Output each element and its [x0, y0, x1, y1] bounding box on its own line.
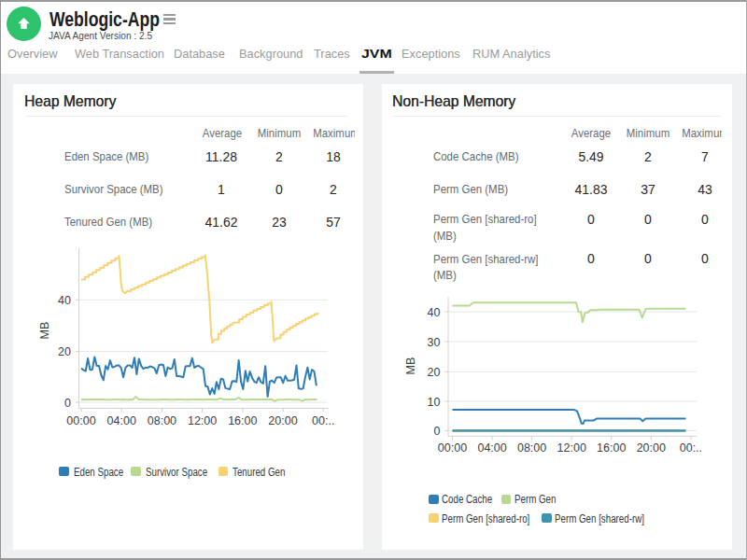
svg-text:12:00: 12:00 — [188, 414, 217, 427]
svg-text:16:00: 16:00 — [597, 441, 626, 455]
svg-text:00:..: 00:.. — [312, 414, 334, 427]
svg-text:08:00: 08:00 — [148, 414, 176, 427]
svg-text:20:00: 20:00 — [637, 441, 666, 455]
svg-text:00:00: 00:00 — [66, 414, 95, 427]
svg-text:04:00: 04:00 — [107, 414, 136, 427]
svg-text:MB: MB — [404, 357, 417, 375]
svg-text:MB: MB — [38, 322, 51, 340]
svg-text:12:00: 12:00 — [557, 441, 586, 455]
svg-text:30: 30 — [428, 336, 441, 349]
svg-text:00:00: 00:00 — [438, 441, 467, 455]
svg-text:16:00: 16:00 — [228, 414, 257, 427]
svg-text:20: 20 — [58, 345, 71, 358]
svg-text:20: 20 — [428, 366, 441, 379]
svg-text:40: 40 — [428, 306, 441, 319]
svg-text:00:..: 00:.. — [680, 441, 702, 455]
svg-text:04:00: 04:00 — [477, 441, 506, 455]
svg-text:20:00: 20:00 — [268, 414, 297, 427]
svg-text:40: 40 — [58, 294, 71, 307]
svg-text:08:00: 08:00 — [517, 441, 546, 455]
svg-text:0: 0 — [434, 425, 441, 438]
svg-text:0: 0 — [64, 397, 71, 410]
svg-text:10: 10 — [428, 396, 441, 409]
